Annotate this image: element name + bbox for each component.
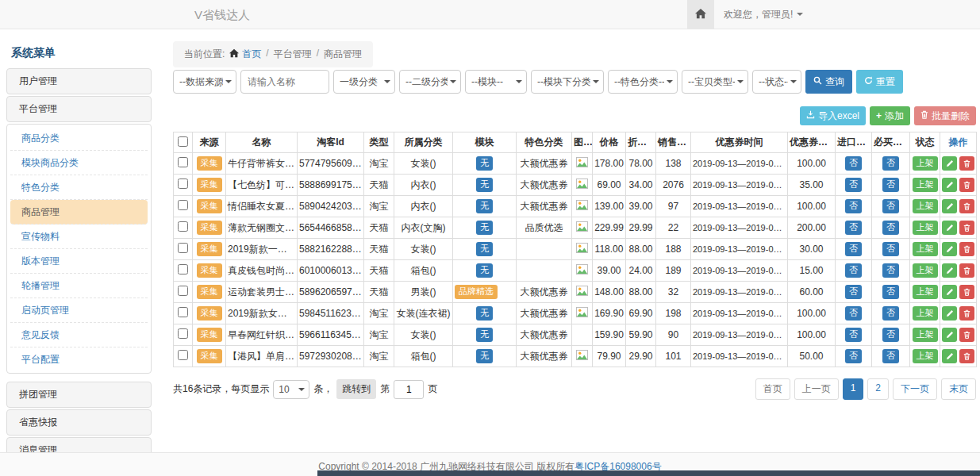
- sidebar-group[interactable]: 拼团管理: [6, 382, 152, 408]
- status-badge[interactable]: 上架: [913, 178, 938, 192]
- breadcrumb-item[interactable]: /平台管理: [266, 48, 311, 61]
- sidebar-group[interactable]: 消息管理: [6, 437, 152, 453]
- page-button[interactable]: 下一页: [893, 378, 937, 400]
- import-select-toggle[interactable]: 否: [845, 328, 862, 342]
- breadcrumb-home-link[interactable]: 首页: [229, 48, 261, 61]
- sidebar-submenu-item[interactable]: 意见反馈: [10, 323, 148, 347]
- status-badge[interactable]: 上架: [913, 199, 938, 213]
- sidebar-submenu-item[interactable]: 模块商品分类: [10, 151, 148, 175]
- delete-button[interactable]: [959, 285, 974, 299]
- data-source-select[interactable]: --数据来源--: [173, 70, 236, 94]
- must-buy-toggle[interactable]: 否: [882, 242, 899, 256]
- sidebar-group[interactable]: 用户管理: [6, 68, 152, 94]
- status-badge[interactable]: 上架: [913, 156, 938, 171]
- sidebar-submenu-item[interactable]: 启动页管理: [10, 298, 148, 323]
- row-checkbox[interactable]: [178, 264, 188, 274]
- select-all-checkbox[interactable]: [178, 136, 188, 147]
- page-button[interactable]: 2: [867, 378, 889, 400]
- row-checkbox[interactable]: [178, 200, 188, 210]
- page-button[interactable]: 上一页: [794, 378, 839, 400]
- delete-button[interactable]: [959, 178, 974, 192]
- sidebar-submenu-item[interactable]: 商品管理: [10, 200, 148, 225]
- edit-button[interactable]: [942, 263, 957, 278]
- filter-select[interactable]: --模块--: [465, 70, 527, 94]
- sidebar-group[interactable]: 省惠快报: [6, 409, 152, 436]
- import-select-toggle[interactable]: 否: [845, 178, 862, 192]
- edit-button[interactable]: [942, 221, 957, 235]
- row-checkbox[interactable]: [178, 157, 188, 167]
- filter-select[interactable]: --特色分类--: [608, 70, 678, 94]
- per-page-select[interactable]: 10: [273, 380, 309, 399]
- row-checkbox[interactable]: [178, 221, 188, 232]
- sidebar-submenu-item[interactable]: 特色分类: [10, 175, 148, 200]
- must-buy-toggle[interactable]: 否: [882, 328, 899, 342]
- status-badge[interactable]: 上架: [913, 285, 938, 299]
- name-search-input[interactable]: [240, 70, 329, 94]
- import-select-toggle[interactable]: 否: [845, 242, 862, 256]
- status-badge[interactable]: 上架: [913, 263, 938, 278]
- row-checkbox[interactable]: [178, 178, 188, 189]
- edit-button[interactable]: [942, 285, 957, 299]
- edit-button[interactable]: [942, 178, 957, 192]
- filter-select[interactable]: --二级分类--: [399, 70, 461, 94]
- delete-button[interactable]: [959, 199, 974, 213]
- must-buy-toggle[interactable]: 否: [882, 285, 899, 299]
- edit-button[interactable]: [942, 306, 957, 321]
- delete-button[interactable]: [959, 156, 974, 171]
- breadcrumb-item[interactable]: /商品管理: [317, 48, 362, 61]
- edit-button[interactable]: [942, 242, 957, 256]
- filter-select[interactable]: --宝贝类型--: [682, 70, 748, 94]
- row-checkbox[interactable]: [178, 328, 188, 339]
- edit-button[interactable]: [942, 156, 957, 171]
- delete-button[interactable]: [959, 349, 974, 363]
- filter-select[interactable]: 一级分类: [333, 70, 395, 94]
- delete-button[interactable]: [959, 221, 974, 235]
- edit-button[interactable]: [942, 349, 957, 363]
- sidebar-submenu-item[interactable]: 版本管理: [10, 249, 148, 274]
- row-checkbox[interactable]: [178, 286, 188, 296]
- must-buy-toggle[interactable]: 否: [882, 221, 899, 235]
- sidebar-submenu-item[interactable]: 轮播管理: [10, 274, 148, 298]
- sidebar-submenu-item[interactable]: 宣传物料: [10, 225, 148, 249]
- user-menu[interactable]: 欢迎您，管理员!: [724, 8, 803, 21]
- add-button[interactable]: + 添加: [870, 106, 910, 125]
- status-badge[interactable]: 上架: [913, 349, 938, 363]
- must-buy-toggle[interactable]: 否: [882, 263, 899, 278]
- sidebar-submenu-item[interactable]: 商品分类: [10, 126, 148, 151]
- must-buy-toggle[interactable]: 否: [882, 306, 899, 321]
- delete-button[interactable]: [959, 328, 974, 342]
- sidebar-submenu-item[interactable]: 平台配置: [10, 347, 148, 371]
- import-select-toggle[interactable]: 否: [845, 285, 862, 299]
- row-checkbox[interactable]: [178, 243, 188, 253]
- sidebar-group[interactable]: 平台管理: [6, 96, 152, 122]
- edit-button[interactable]: [942, 328, 957, 342]
- must-buy-toggle[interactable]: 否: [882, 349, 899, 363]
- import-select-toggle[interactable]: 否: [845, 263, 862, 278]
- status-badge[interactable]: 上架: [913, 306, 938, 321]
- must-buy-toggle[interactable]: 否: [882, 156, 899, 171]
- delete-button[interactable]: [959, 242, 974, 256]
- search-button[interactable]: 查询: [805, 70, 852, 94]
- batch-delete-button[interactable]: 批量删除: [914, 106, 976, 125]
- home-button[interactable]: [687, 0, 714, 29]
- page-button[interactable]: 1: [843, 378, 864, 400]
- must-buy-toggle[interactable]: 否: [882, 199, 899, 213]
- import-excel-button[interactable]: 导入excel: [800, 106, 866, 125]
- delete-button[interactable]: [959, 263, 974, 278]
- import-select-toggle[interactable]: 否: [845, 349, 862, 363]
- import-select-toggle[interactable]: 否: [845, 199, 862, 213]
- import-select-toggle[interactable]: 否: [845, 306, 862, 321]
- import-select-toggle[interactable]: 否: [845, 156, 862, 171]
- filter-select[interactable]: --状态--: [752, 70, 801, 94]
- jump-page-input[interactable]: [394, 380, 424, 399]
- delete-button[interactable]: [959, 306, 974, 321]
- row-checkbox[interactable]: [178, 350, 188, 360]
- filter-select[interactable]: --模块下分类--: [531, 70, 604, 94]
- edit-button[interactable]: [942, 199, 957, 213]
- page-button[interactable]: 首页: [755, 378, 790, 400]
- status-badge[interactable]: 上架: [913, 328, 938, 342]
- jump-button[interactable]: 跳转到: [336, 379, 376, 399]
- import-select-toggle[interactable]: 否: [845, 221, 862, 235]
- must-buy-toggle[interactable]: 否: [882, 178, 899, 192]
- row-checkbox[interactable]: [178, 307, 188, 317]
